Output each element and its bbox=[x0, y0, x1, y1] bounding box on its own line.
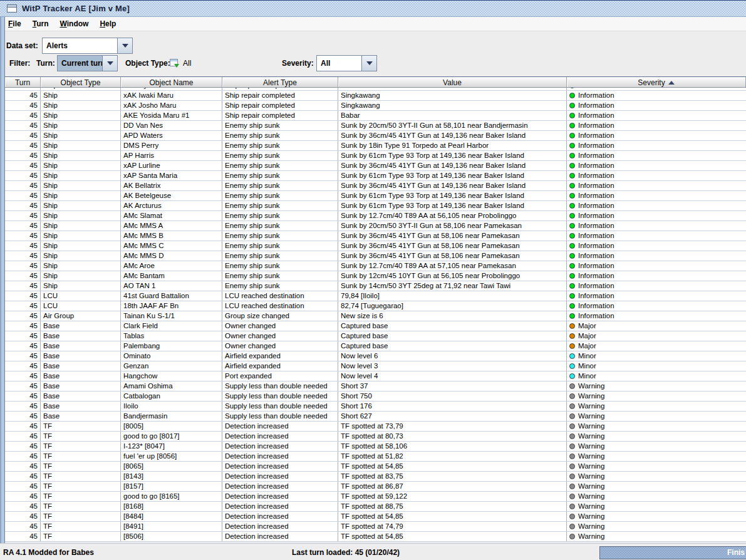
table-row[interactable]: 45 Base Tablas Owner changed Captured ba… bbox=[5, 331, 746, 341]
table-row[interactable]: 45 LCU 41st Guard Battalion LCU reached … bbox=[5, 291, 746, 301]
cell-value: Sunk by 61cm Type 93 Torp at 149,136 nea… bbox=[338, 191, 567, 200]
table-row[interactable]: 45 Ship DD Van Nes Enemy ship sunk Sunk … bbox=[5, 121, 746, 131]
severity-label: Warning bbox=[578, 502, 604, 511]
cell-severity: Information bbox=[567, 91, 746, 100]
cell-object-name: 18th JAAF AF Bn bbox=[121, 301, 222, 311]
column-header-severity[interactable]: Severity bbox=[567, 77, 746, 87]
table-row[interactable]: 45 Base Genzan Airfield expanded Now lev… bbox=[5, 361, 746, 371]
table-row-clipped[interactable]: 45 Ship xAK Hyo Maru Ship repair complet… bbox=[5, 88, 746, 91]
severity-label: Warning bbox=[578, 512, 604, 521]
table-row[interactable]: 45 TF good to go [8165] Detection increa… bbox=[5, 492, 746, 502]
column-header-alert-type[interactable]: Alert Type bbox=[222, 77, 338, 87]
chevron-down-icon[interactable] bbox=[117, 38, 132, 53]
column-header-turn[interactable]: Turn bbox=[5, 77, 41, 87]
cell-object-name: AMc MMS C bbox=[121, 241, 222, 251]
cell-value: Babar bbox=[338, 111, 567, 120]
cell-value: Short 627 bbox=[338, 412, 567, 421]
column-header-object-type[interactable]: Object Type bbox=[41, 77, 121, 87]
table-row[interactable]: 45 Air Group Tainan Ku S-1/1 Group size … bbox=[5, 311, 746, 321]
table-row[interactable]: 45 Base Ominato Airfield expanded Now le… bbox=[5, 351, 746, 361]
table-row[interactable]: 45 Ship xAK Hyo Maru Ship repair complet… bbox=[5, 88, 746, 91]
title-bar[interactable]: WitP Tracker AE [Jim v Me] bbox=[0, 1, 746, 17]
severity-dot-icon bbox=[569, 143, 575, 148]
severity-dot-icon bbox=[569, 363, 575, 369]
severity-dot-icon bbox=[569, 454, 575, 459]
table-row[interactable]: 45 Base Amami Oshima Supply less than do… bbox=[5, 381, 746, 391]
column-header-object-name[interactable]: Object Name bbox=[121, 77, 222, 87]
table-row[interactable]: 45 Ship AMc Slamat Enemy ship sunk Sunk … bbox=[5, 211, 746, 221]
table-row[interactable]: 45 TF [8005] Detection increased TF spot… bbox=[5, 422, 746, 432]
table-row[interactable]: 45 TF good to go [8017] Detection increa… bbox=[5, 432, 746, 442]
table-row[interactable]: 45 TF fuel 'er up [8056] Detection incre… bbox=[5, 452, 746, 462]
table-row[interactable]: 45 Base Clark Field Owner changed Captur… bbox=[5, 321, 746, 331]
table-row[interactable]: 45 TF [8168] Detection increased TF spot… bbox=[5, 502, 746, 512]
table-row[interactable]: 45 Base Bandjermasin Supply less than do… bbox=[5, 412, 746, 422]
table-row[interactable]: 45 Ship AMc MMS D Enemy ship sunk Sunk b… bbox=[5, 251, 746, 261]
table-row[interactable]: 45 TF [8491] Detection increased TF spot… bbox=[5, 522, 746, 532]
table-row[interactable]: 45 Base Palembang Owner changed Captured… bbox=[5, 341, 746, 351]
cell-value: TF spotted at 58,106 bbox=[338, 442, 567, 451]
object-type-all-icon[interactable] bbox=[170, 59, 178, 66]
menu-turn[interactable]: Turn bbox=[27, 18, 54, 30]
cell-turn: 45 bbox=[5, 331, 41, 341]
table-row[interactable]: 45 LCU 18th JAAF AF Bn LCU reached desti… bbox=[5, 301, 746, 311]
cell-object-name: [8168] bbox=[121, 502, 222, 511]
cell-object-name: [8491] bbox=[121, 522, 222, 531]
table-row[interactable]: 45 Ship AK Bellatrix Enemy ship sunk Sun… bbox=[5, 181, 746, 191]
cell-object-name: AO TAN 1 bbox=[121, 281, 222, 291]
table-row[interactable]: 45 Ship DMS Perry Enemy ship sunk Sunk b… bbox=[5, 141, 746, 151]
table-row[interactable]: 45 Ship AMc MMS A Enemy ship sunk Sunk b… bbox=[5, 221, 746, 231]
column-header-value[interactable]: Value bbox=[338, 77, 567, 87]
table-row[interactable]: 45 TF [8143] Detection increased TF spot… bbox=[5, 472, 746, 482]
table-row[interactable]: 45 Ship AKE Yosida Maru #1 Ship repair c… bbox=[5, 111, 746, 121]
table-row[interactable]: 45 TF [8484] Detection increased TF spot… bbox=[5, 512, 746, 522]
cell-object-type: Ship bbox=[41, 201, 121, 210]
table-row[interactable]: 45 Base Catbalogan Supply less than doub… bbox=[5, 391, 746, 402]
table-row[interactable]: 45 TF I-123* [8047] Detection increased … bbox=[5, 442, 746, 452]
table-row[interactable]: 45 TF [8065] Detection increased TF spot… bbox=[5, 462, 746, 472]
table-row[interactable]: 45 Ship xAK Josho Maru Ship repair compl… bbox=[5, 101, 746, 111]
cell-object-name: [8143] bbox=[121, 472, 222, 481]
severity-filter-value: All bbox=[317, 56, 361, 71]
cell-turn: 45 bbox=[5, 161, 41, 170]
table-row[interactable]: 45 Ship xAK Iwaki Maru Ship repair compl… bbox=[5, 91, 746, 101]
table-row[interactable]: 45 Ship AP Harris Enemy ship sunk Sunk b… bbox=[5, 151, 746, 161]
menu-window[interactable]: Window bbox=[54, 18, 94, 30]
cell-alert-type: Owner changed bbox=[222, 321, 338, 331]
severity-dot-icon bbox=[569, 233, 575, 239]
table-row[interactable]: 45 Ship AMc MMS C Enemy ship sunk Sunk b… bbox=[5, 241, 746, 251]
table-row[interactable]: 45 Ship AMc Aroe Enemy ship sunk Sunk by… bbox=[5, 261, 746, 271]
table-row[interactable]: 45 TF [8157] Detection increased TF spot… bbox=[5, 482, 746, 492]
cell-severity: Warning bbox=[567, 522, 746, 531]
severity-label: Warning bbox=[578, 402, 604, 411]
cell-alert-type: Enemy ship sunk bbox=[222, 181, 338, 190]
table-row[interactable]: 45 TF [8506] Detection increased TF spot… bbox=[5, 532, 746, 542]
table-row[interactable]: 45 Ship AK Betelgeuse Enemy ship sunk Su… bbox=[5, 191, 746, 201]
cell-turn: 45 bbox=[5, 241, 41, 251]
menu-file[interactable]: File bbox=[3, 18, 27, 30]
turn-filter-combobox[interactable]: Current turn bbox=[57, 55, 118, 71]
table-row[interactable]: 45 Ship APD Waters Enemy ship sunk Sunk … bbox=[5, 131, 746, 141]
chevron-down-icon[interactable] bbox=[361, 56, 376, 71]
table-row[interactable]: 45 Ship AMc Bantam Enemy ship sunk Sunk … bbox=[5, 271, 746, 281]
table-row[interactable]: 45 Base Iloilo Supply less than double n… bbox=[5, 402, 746, 412]
severity-dot-icon bbox=[569, 353, 575, 359]
table-row[interactable]: 45 Base Hangchow Port expanded Now level… bbox=[5, 371, 746, 381]
table-row[interactable]: 45 Ship xAP Lurline Enemy ship sunk Sunk… bbox=[5, 161, 746, 171]
cell-alert-type: Ship repair completed bbox=[222, 91, 338, 100]
severity-filter-combobox[interactable]: All bbox=[316, 55, 377, 71]
cell-alert-type: Detection increased bbox=[222, 452, 338, 461]
cell-object-type: Base bbox=[41, 402, 121, 411]
table-row[interactable]: 45 Ship AMc MMS B Enemy ship sunk Sunk b… bbox=[5, 231, 746, 241]
data-set-combobox[interactable]: Alerts bbox=[42, 38, 133, 54]
severity-dot-icon bbox=[569, 333, 575, 339]
cell-severity: Information bbox=[567, 88, 746, 90]
table-row[interactable]: 45 Ship AO TAN 1 Enemy ship sunk Sunk by… bbox=[5, 281, 746, 291]
cell-value: Sunk by 12.7cm/40 T89 AA at 57,105 near … bbox=[338, 261, 567, 271]
menu-help[interactable]: Help bbox=[94, 18, 122, 30]
table-row[interactable]: 45 Ship xAP Santa Maria Enemy ship sunk … bbox=[5, 171, 746, 181]
cell-object-name: AMc MMS D bbox=[121, 251, 222, 261]
chevron-down-icon[interactable] bbox=[102, 56, 117, 71]
table-row[interactable]: 45 Ship AK Arcturus Enemy ship sunk Sunk… bbox=[5, 201, 746, 211]
cell-value: TF spotted at 83,75 bbox=[338, 472, 567, 481]
